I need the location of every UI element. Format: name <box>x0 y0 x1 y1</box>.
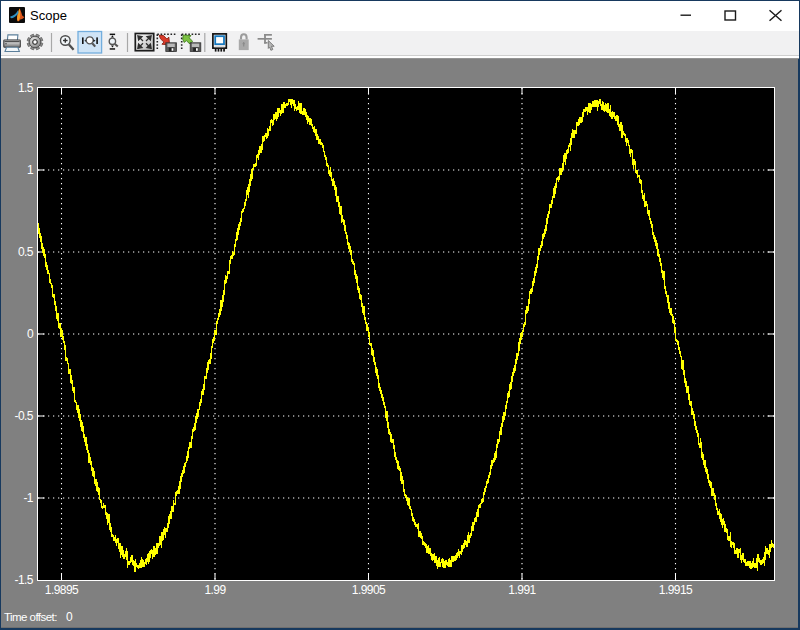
svg-text:1.99: 1.99 <box>204 583 226 597</box>
svg-text:1.5: 1.5 <box>18 81 34 95</box>
svg-text:-0.5: -0.5 <box>15 409 34 423</box>
svg-text:1.9915: 1.9915 <box>659 583 693 597</box>
svg-text:1.9905: 1.9905 <box>352 583 386 597</box>
svg-text:0.5: 0.5 <box>18 245 34 259</box>
svg-text:0: 0 <box>66 610 73 624</box>
svg-text:1: 1 <box>27 163 34 177</box>
svg-text:Time offset:: Time offset: <box>4 611 57 623</box>
svg-text:1.991: 1.991 <box>508 583 536 597</box>
svg-text:1.9895: 1.9895 <box>45 583 79 597</box>
svg-text:-1.5: -1.5 <box>15 573 34 587</box>
svg-text:0: 0 <box>27 327 34 341</box>
svg-text:-1: -1 <box>23 491 33 505</box>
